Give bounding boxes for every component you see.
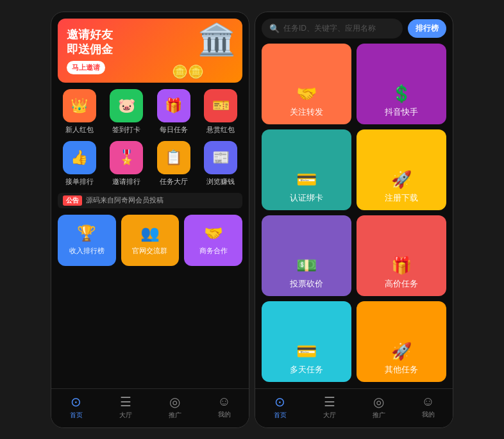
cat-follow-share-label: 关注转发 (290, 106, 323, 118)
nav-promote-label-left: 推广 (169, 411, 181, 420)
nav-mine-label-right: 我的 (422, 410, 435, 419)
icon-browse-earn-label: 浏览赚钱 (206, 177, 235, 186)
left-phone: 邀请好友 即送佣金 马上邀请 🏛️ 🪙🪙 👑 新人红包 🐷 签到打卡 🎁 (51, 12, 249, 428)
action-card-ranking[interactable]: 🏆 收入排行榜 (58, 215, 116, 266)
left-content: 邀请好友 即送佣金 马上邀请 🏛️ 🪙🪙 👑 新人红包 🐷 签到打卡 🎁 (51, 12, 249, 388)
icon-order-rank[interactable]: 👍 接单排行 (58, 141, 101, 186)
icon-reward-redpack[interactable]: 🎫 悬赏红包 (199, 89, 243, 135)
search-placeholder: 任务ID、关键字、应用名称 (283, 23, 376, 34)
handshake-icon: 🤝 (204, 224, 223, 242)
cat-follow-share[interactable]: 🤝 关注转发 (262, 44, 351, 124)
cat-register[interactable]: 🚀 注册下载 (357, 129, 446, 210)
action-card-biz[interactable]: 🤝 商务合作 (184, 215, 242, 266)
notice-tag: 公告 (63, 195, 82, 206)
nav-hall-right[interactable]: ☰ 大厅 (305, 394, 354, 420)
cat-auth-card[interactable]: 💳 认证绑卡 (262, 129, 351, 210)
auth-card-icon: 💳 (296, 170, 317, 190)
icon-reward-label: 悬赏红包 (206, 125, 235, 135)
cat-vote-label: 投票砍价 (290, 278, 323, 290)
hall-icon-left: ☰ (120, 394, 131, 410)
cat-douyin-label: 抖音快手 (385, 106, 418, 118)
icon-order-rank-label: 接单排行 (65, 177, 94, 186)
icon-daily-task-box: 🎁 (157, 89, 190, 122)
banner-coins: 🪙🪙 (172, 64, 204, 79)
nav-promote-right[interactable]: ◎ 推广 (354, 394, 403, 420)
cat-multi-day-label: 多天任务 (290, 364, 323, 376)
nav-hall-left[interactable]: ☰ 大厅 (101, 394, 150, 420)
search-input-wrap[interactable]: 🔍 任务ID、关键字、应用名称 (262, 19, 403, 38)
icon-new-redpack[interactable]: 👑 新人红包 (58, 89, 101, 135)
action-card-ranking-label: 收入排行榜 (69, 246, 105, 256)
trophy-icon: 🏆 (77, 224, 96, 242)
banner[interactable]: 邀请好友 即送佣金 马上邀请 🏛️ 🪙🪙 (58, 19, 242, 83)
register-icon: 🚀 (391, 170, 412, 190)
action-card-biz-label: 商务合作 (199, 246, 228, 256)
icon-browse-earn-box: 📰 (204, 141, 237, 174)
nav-home-right[interactable]: ⊙ 首页 (255, 394, 305, 420)
cat-register-label: 注册下载 (385, 192, 418, 204)
nav-home-label-right: 首页 (274, 411, 287, 420)
icon-grid-row1: 👑 新人红包 🐷 签到打卡 🎁 每日任务 🎫 悬赏红包 (58, 89, 242, 135)
icon-invite-rank-box: 🎖️ (110, 141, 143, 174)
multi-day-icon: 💳 (296, 342, 317, 361)
icon-grid-row2: 👍 接单排行 🎖️ 邀请排行 📋 任务大厅 📰 浏览赚钱 (58, 141, 242, 186)
promote-icon-left: ◎ (169, 394, 180, 410)
group-icon: 👥 (140, 224, 160, 242)
icon-reward-box: 🎫 (204, 89, 237, 122)
search-icon: 🔍 (269, 24, 280, 33)
right-bottom-nav: ⊙ 首页 ☰ 大厅 ◎ 推广 ☺ 我的 (255, 388, 453, 427)
mine-icon-right: ☺ (421, 394, 434, 409)
search-bar: 🔍 任务ID、关键字、应用名称 排行榜 (262, 19, 446, 38)
banner-icon: 🏛️ (197, 22, 236, 58)
home-icon-left: ⊙ (71, 394, 81, 410)
icon-new-redpack-label: 新人红包 (65, 125, 94, 135)
icon-invite-rank-label: 邀请排行 (112, 177, 140, 186)
cat-other[interactable]: 🚀 其他任务 (357, 301, 446, 382)
notice-bar: 公告 源码来自阿奇网会员投稿 (58, 193, 242, 208)
icon-daily-task-label: 每日任务 (160, 125, 188, 135)
cat-douyin[interactable]: 💲 抖音快手 (357, 44, 446, 124)
hall-icon-right: ☰ (324, 394, 335, 410)
banner-button[interactable]: 马上邀请 (67, 61, 105, 74)
follow-share-icon: 🤝 (296, 84, 317, 104)
cat-other-label: 其他任务 (385, 364, 418, 376)
icon-checkin-label: 签到打卡 (112, 125, 140, 135)
nav-promote-label-right: 推广 (373, 411, 385, 420)
action-card-group[interactable]: 👥 官网交流群 (121, 215, 180, 266)
nav-home-left[interactable]: ⊙ 首页 (51, 394, 101, 420)
icon-daily-task[interactable]: 🎁 每日任务 (152, 89, 196, 135)
nav-mine-label-left: 我的 (218, 410, 231, 419)
action-cards: 🏆 收入排行榜 👥 官网交流群 🤝 商务合作 (58, 215, 242, 266)
icon-order-rank-box: 👍 (63, 141, 96, 174)
vote-icon: 💵 (296, 256, 317, 276)
nav-hall-label-left: 大厅 (119, 411, 132, 420)
icon-task-hall-label: 任务大厅 (160, 177, 188, 186)
nav-mine-left[interactable]: ☺ 我的 (199, 394, 249, 420)
cat-high-price-label: 高价任务 (385, 278, 418, 290)
left-bottom-nav: ⊙ 首页 ☰ 大厅 ◎ 推广 ☺ 我的 (51, 388, 249, 427)
icon-invite-rank[interactable]: 🎖️ 邀请排行 (105, 141, 149, 186)
action-card-group-label: 官网交流群 (132, 246, 167, 256)
nav-promote-left[interactable]: ◎ 推广 (150, 394, 199, 420)
high-price-icon: 🎁 (391, 256, 412, 276)
icon-new-redpack-box: 👑 (63, 89, 96, 122)
nav-mine-right[interactable]: ☺ 我的 (403, 394, 453, 420)
cat-multi-day[interactable]: 💳 多天任务 (262, 301, 351, 382)
cat-auth-card-label: 认证绑卡 (290, 192, 323, 204)
douyin-icon: 💲 (391, 84, 412, 104)
icon-checkin[interactable]: 🐷 签到打卡 (105, 89, 149, 135)
icon-task-hall[interactable]: 📋 任务大厅 (152, 141, 196, 186)
cat-vote[interactable]: 💵 投票砍价 (262, 215, 351, 296)
cat-high-price[interactable]: 🎁 高价任务 (357, 215, 446, 296)
right-content: 🔍 任务ID、关键字、应用名称 排行榜 🤝 关注转发 💲 抖音快手 💳 认证绑卡 (255, 12, 453, 388)
rank-button[interactable]: 排行榜 (408, 19, 446, 38)
home-icon-right: ⊙ (274, 394, 285, 410)
right-phone: 🔍 任务ID、关键字、应用名称 排行榜 🤝 关注转发 💲 抖音快手 💳 认证绑卡 (255, 12, 453, 428)
other-icon: 🚀 (391, 342, 412, 361)
nav-home-label-left: 首页 (70, 411, 83, 420)
icon-browse-earn[interactable]: 📰 浏览赚钱 (199, 141, 243, 186)
nav-hall-label-right: 大厅 (323, 411, 336, 420)
mine-icon-left: ☺ (217, 394, 230, 409)
promote-icon-right: ◎ (373, 394, 384, 410)
notice-text: 源码来自阿奇网会员投稿 (86, 195, 164, 205)
